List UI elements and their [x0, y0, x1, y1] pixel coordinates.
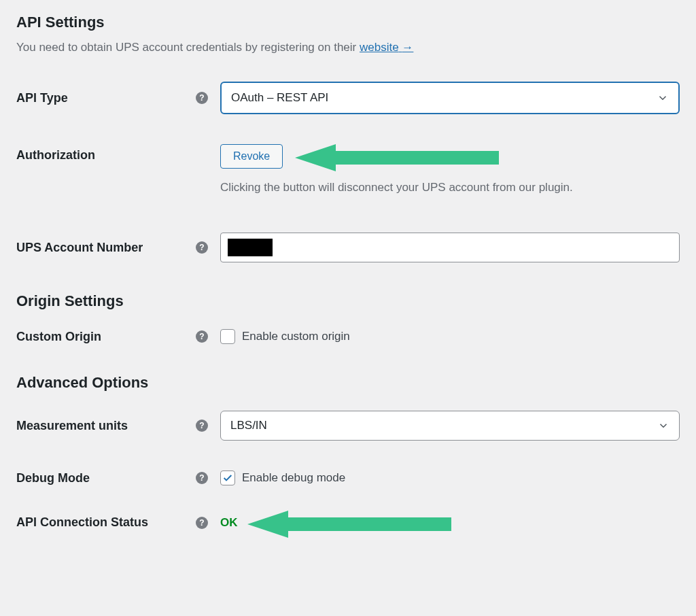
help-icon[interactable]: ? [196, 330, 208, 343]
label-authorization: Authorization [16, 148, 95, 162]
api-settings-description: You need to obtain UPS account credentia… [16, 41, 680, 54]
row-api-type: API Type ? OAuth – REST API [16, 82, 680, 114]
label-custom-origin: Custom Origin [16, 330, 101, 344]
annotation-arrow-icon [247, 509, 451, 539]
row-custom-origin: Custom Origin ? Enable custom origin [16, 329, 680, 344]
connection-status-value: OK [220, 516, 238, 530]
label-account-number: UPS Account Number [16, 241, 143, 255]
select-api-type-value: OAuth – REST API [231, 91, 328, 105]
label-measurement-units: Measurement units [16, 419, 128, 433]
ups-website-link[interactable]: website → [360, 41, 413, 54]
help-icon[interactable]: ? [196, 517, 208, 529]
label-connection-status: API Connection Status [16, 515, 148, 530]
help-icon[interactable]: ? [196, 472, 208, 484]
chevron-down-icon [657, 420, 669, 432]
select-measurement-units[interactable]: LBS/IN [220, 411, 680, 441]
ups-website-link-text: website [360, 41, 399, 54]
api-desc-text: You need to obtain UPS account credentia… [16, 41, 360, 54]
row-connection-status: API Connection Status ? OK [16, 515, 680, 530]
revoke-button[interactable]: Revoke [220, 144, 283, 169]
label-api-type: API Type [16, 91, 68, 105]
input-account-number[interactable] [220, 233, 680, 262]
section-advanced-options-title: Advanced Options [16, 374, 680, 392]
section-origin-settings-title: Origin Settings [16, 292, 680, 310]
row-debug-mode: Debug Mode ? Enable debug mode [16, 470, 680, 485]
checkbox-debug-mode-label[interactable]: Enable debug mode [242, 471, 345, 485]
svg-marker-1 [247, 511, 451, 538]
checkbox-custom-origin[interactable] [220, 329, 235, 344]
help-icon[interactable]: ? [196, 92, 208, 104]
authorization-description: Clicking the button will disconnect your… [220, 181, 680, 194]
help-icon[interactable]: ? [196, 241, 208, 254]
checkbox-debug-mode[interactable] [220, 470, 235, 485]
chevron-down-icon [657, 92, 669, 104]
row-authorization: Authorization Revoke [16, 144, 680, 169]
row-measurement-units: Measurement units ? LBS/IN [16, 411, 680, 441]
row-account-number: UPS Account Number ? [16, 233, 680, 262]
external-link-arrow-icon: → [402, 41, 413, 54]
help-icon[interactable]: ? [196, 420, 208, 432]
section-api-settings-title: API Settings [16, 14, 680, 31]
check-icon [222, 473, 233, 483]
select-measurement-units-value: LBS/IN [230, 419, 267, 432]
redacted-value [228, 239, 273, 256]
checkbox-custom-origin-label[interactable]: Enable custom origin [242, 330, 350, 343]
select-api-type[interactable]: OAuth – REST API [220, 82, 680, 114]
label-debug-mode: Debug Mode [16, 471, 90, 485]
svg-marker-0 [295, 144, 499, 171]
